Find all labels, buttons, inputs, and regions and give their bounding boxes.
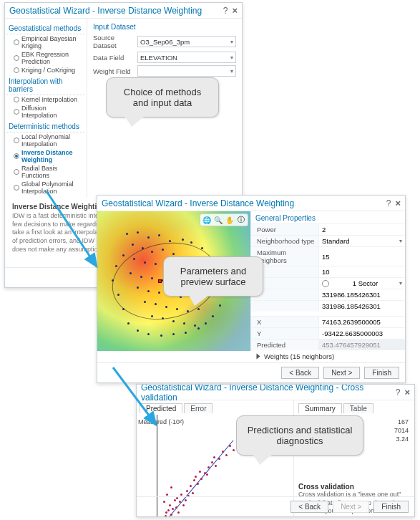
scatter-point bbox=[180, 493, 182, 496]
sector-icon bbox=[322, 280, 329, 287]
sample-point bbox=[137, 329, 139, 332]
sample-point bbox=[126, 233, 128, 235]
prop-x-value[interactable]: 74163.2639500005 bbox=[319, 317, 405, 327]
summary-count-value: 167 bbox=[398, 418, 409, 425]
next-button[interactable]: Next > bbox=[323, 367, 360, 379]
sample-point bbox=[158, 234, 160, 236]
tab-summary[interactable]: Summary bbox=[298, 403, 342, 413]
scatter-point bbox=[193, 479, 195, 481]
sample-point bbox=[165, 306, 167, 308]
scatter-point bbox=[173, 516, 175, 517]
prop-y-value[interactable]: -93422.6635000003 bbox=[319, 328, 405, 339]
tool-identify-icon[interactable]: ⓘ bbox=[236, 215, 246, 225]
sample-point bbox=[190, 241, 192, 244]
radio-lpi[interactable]: Local Polynomial Interpolation bbox=[6, 133, 85, 148]
tool-zoom-icon[interactable]: 🔍 bbox=[213, 215, 223, 225]
chevron-right-icon bbox=[257, 354, 260, 360]
prop-y-label: Y bbox=[251, 328, 319, 339]
dialog-footer: < Back Next > Finish bbox=[137, 496, 414, 516]
prop-x-label: X bbox=[251, 317, 319, 327]
summary-value-2: 7014 bbox=[394, 427, 409, 434]
sample-point bbox=[151, 277, 153, 279]
finish-button[interactable]: Finish bbox=[364, 367, 399, 379]
sample-point bbox=[115, 265, 117, 267]
close-icon[interactable]: × bbox=[232, 5, 238, 16]
prop-angle-value[interactable]: 331986.185426301 bbox=[319, 289, 405, 300]
tab-table[interactable]: Table bbox=[343, 403, 373, 413]
sample-point bbox=[132, 244, 134, 246]
sample-point bbox=[147, 236, 150, 239]
scatter-point bbox=[166, 493, 168, 496]
sample-point bbox=[219, 304, 221, 307]
input-dataset-title: Input Dataset bbox=[93, 23, 236, 31]
callout-step2: Parameters and preview surface bbox=[163, 256, 263, 297]
prop-minneighbors-value[interactable]: 10 bbox=[319, 266, 405, 277]
prop-predicted-value: 453.476457929051 bbox=[319, 340, 405, 350]
next-button: Next > bbox=[333, 501, 369, 513]
radio-gpi[interactable]: Global Polynomial Interpolation bbox=[6, 180, 85, 196]
dialog-subtitle: - Inverse Distance Weighting bbox=[90, 6, 202, 16]
sample-point bbox=[142, 247, 144, 249]
radio-rbf[interactable]: Radial Basis Functions bbox=[6, 164, 85, 180]
source-dataset-field[interactable]: O3_Sep06_3pm▾ bbox=[137, 36, 236, 47]
back-button[interactable]: < Back bbox=[281, 367, 319, 379]
radio-kernel[interactable]: Kernel Interpolation bbox=[6, 95, 85, 104]
prop-power-value[interactable]: 2 bbox=[319, 224, 405, 235]
data-field-label: Data Field bbox=[93, 54, 137, 62]
sample-point bbox=[160, 334, 162, 337]
radio-diffusion[interactable]: Diffusion Interpolation bbox=[6, 104, 85, 120]
sample-point bbox=[205, 322, 207, 324]
sample-point bbox=[147, 333, 150, 335]
properties-panel: General Properties Power2 Neighborhood t… bbox=[251, 211, 405, 362]
cv-description-title: Cross validation bbox=[298, 483, 410, 491]
radio-kriging[interactable]: Kriging / CoKriging bbox=[6, 66, 85, 74]
map-toolbar: 🌐 🔍 ✋ ⓘ bbox=[200, 213, 248, 226]
radio-idw[interactable]: Inverse Distance Weighting bbox=[6, 148, 85, 164]
help-icon[interactable]: ? bbox=[386, 198, 391, 208]
scatter-point bbox=[233, 449, 235, 451]
radio-ebk[interactable]: Empirical Bayesian Kriging bbox=[6, 34, 85, 50]
sample-point bbox=[137, 231, 139, 233]
sample-point bbox=[122, 308, 124, 310]
radio-ebk-regression[interactable]: EBK Regression Prediction bbox=[6, 50, 85, 66]
sample-point bbox=[155, 303, 157, 305]
weight-field-field[interactable]: ▾ bbox=[137, 65, 236, 77]
scatter-point bbox=[192, 492, 194, 494]
prop-predicted-label: Predicted bbox=[251, 340, 319, 350]
help-icon[interactable]: ? bbox=[396, 387, 401, 398]
sample-point bbox=[183, 322, 185, 324]
scatter-point bbox=[213, 456, 215, 458]
sample-point bbox=[172, 320, 175, 322]
general-properties-title: General Properties bbox=[251, 211, 405, 223]
prop-neighborhood-value[interactable]: Standard▾ bbox=[319, 236, 405, 246]
finish-button[interactable]: Finish bbox=[373, 501, 409, 513]
sample-point bbox=[155, 263, 157, 265]
tool-pan-icon[interactable]: ✋ bbox=[225, 215, 235, 225]
prop-power-label: Power bbox=[251, 224, 319, 235]
data-field-field[interactable]: ELEVATION▾ bbox=[137, 52, 236, 63]
help-icon[interactable]: ? bbox=[223, 6, 228, 16]
sample-point bbox=[187, 310, 189, 312]
sample-point bbox=[176, 308, 178, 310]
weights-expander[interactable]: Weights (15 neighbors) bbox=[251, 350, 405, 362]
sample-point bbox=[162, 249, 164, 251]
scatter-point bbox=[222, 451, 224, 453]
group-deterministic: Deterministic methods bbox=[6, 121, 85, 133]
sample-point bbox=[151, 315, 153, 317]
group-barriers: Interpolation with barriers bbox=[6, 76, 85, 95]
tab-error[interactable]: Error bbox=[184, 403, 213, 413]
close-icon[interactable]: × bbox=[404, 387, 410, 398]
sample-point bbox=[133, 258, 135, 260]
tab-predicted[interactable]: Predicted bbox=[140, 403, 182, 413]
scatter-point bbox=[197, 483, 199, 485]
dialog-title: Geostatistical Wizard bbox=[9, 6, 90, 16]
tool-globe-icon[interactable]: 🌐 bbox=[202, 215, 212, 225]
sample-point bbox=[162, 317, 164, 319]
prop-maxneighbors-value[interactable]: 15 bbox=[319, 247, 405, 266]
sample-point bbox=[172, 253, 175, 255]
prop-sector-value[interactable]: 1 Sector▾ bbox=[319, 278, 405, 289]
close-icon[interactable]: × bbox=[395, 198, 401, 208]
back-button[interactable]: < Back bbox=[290, 501, 328, 513]
sample-point bbox=[212, 315, 214, 317]
prop-radius-value[interactable]: 331986.185426301 bbox=[319, 301, 405, 312]
